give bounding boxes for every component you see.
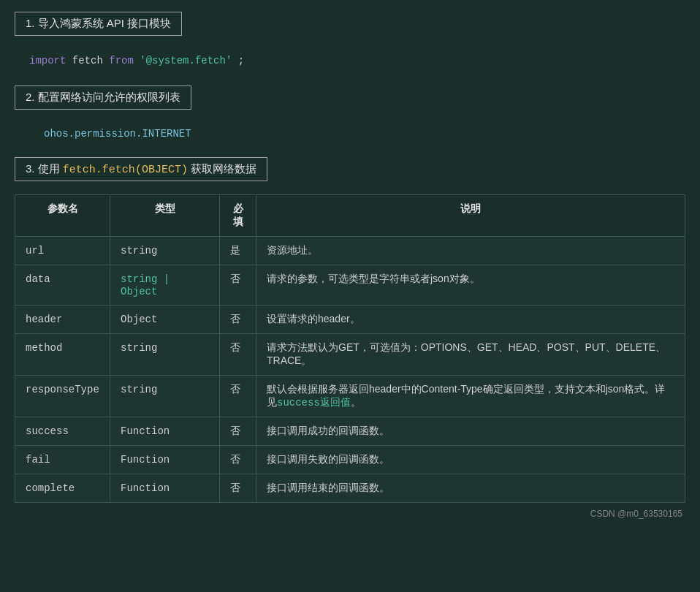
- cell-type-6: Function: [110, 446, 220, 474]
- section2-label: 2. 配置网络访问允许的权限列表: [26, 91, 180, 103]
- table-row: urlstring是资源地址。: [15, 237, 685, 265]
- import-varname: fetch: [72, 55, 103, 67]
- cell-desc-7: 接口调用结束的回调函数。: [256, 474, 685, 503]
- th-required: 必填: [220, 195, 256, 237]
- cell-type-0: string: [110, 237, 220, 265]
- cell-required-0: 是: [220, 237, 256, 265]
- table-row: responseTypestring否默认会根据服务器返回header中的Con…: [15, 376, 685, 417]
- cell-desc-5: 接口调用成功的回调函数。: [256, 417, 685, 446]
- csdn-watermark: CSDN @m0_63530165: [15, 503, 685, 522]
- cell-name-5: success: [15, 417, 110, 446]
- section3-header: 3. 使用 fetch.fetch(OBJECT) 获取网络数据: [15, 157, 267, 181]
- cell-name-4: responseType: [15, 376, 110, 417]
- cell-required-2: 否: [220, 306, 256, 334]
- th-type: 类型: [110, 195, 220, 237]
- cell-name-1: data: [15, 265, 110, 306]
- table-row: successFunction否接口调用成功的回调函数。: [15, 417, 685, 446]
- section1-label: 1. 导入鸿蒙系统 API 接口模块: [26, 17, 171, 29]
- cell-desc-4: 默认会根据服务器返回header中的Content-Type确定返回类型，支持文…: [256, 376, 685, 417]
- table-row: headerObject否设置请求的header。: [15, 306, 685, 334]
- table-header-row: 参数名 类型 必填 说明: [15, 195, 685, 237]
- import-code-block: import fetch from '@system.fetch' ;: [15, 46, 685, 75]
- cell-type-2: Object: [110, 306, 220, 334]
- table-row: completeFunction否接口调用结束的回调函数。: [15, 474, 685, 503]
- cell-required-5: 否: [220, 417, 256, 446]
- table-row: failFunction否接口调用失败的回调函数。: [15, 446, 685, 474]
- cell-name-2: header: [15, 306, 110, 334]
- cell-type-1: string | Object: [110, 265, 220, 306]
- th-name: 参数名: [15, 195, 110, 237]
- cell-required-7: 否: [220, 474, 256, 503]
- cell-desc-6: 接口调用失败的回调函数。: [256, 446, 685, 474]
- from-keyword: from: [109, 55, 134, 67]
- import-semi: ;: [238, 55, 244, 67]
- table-row: datastring | Object否请求的参数，可选类型是字符串或者json…: [15, 265, 685, 306]
- cell-name-0: url: [15, 237, 110, 265]
- permission-text: ohos.permission.INTERNET: [44, 128, 191, 140]
- cell-type-3: string: [110, 334, 220, 376]
- cell-desc-0: 资源地址。: [256, 237, 685, 265]
- cell-required-4: 否: [220, 376, 256, 417]
- params-table: 参数名 类型 必填 说明 urlstring是资源地址。datastring |…: [15, 194, 685, 503]
- cell-name-6: fail: [15, 446, 110, 474]
- cell-required-6: 否: [220, 446, 256, 474]
- permission-block: ohos.permission.INTERNET: [15, 120, 685, 147]
- section1-header: 1. 导入鸿蒙系统 API 接口模块: [15, 12, 182, 36]
- page-container: 1. 导入鸿蒙系统 API 接口模块 import fetch from '@s…: [0, 0, 700, 534]
- section3-inline-code: fetch.fetch(OBJECT): [63, 164, 188, 176]
- cell-type-4: string: [110, 376, 220, 417]
- th-desc: 说明: [256, 195, 685, 237]
- desc-link-4[interactable]: success返回值: [277, 397, 351, 409]
- cell-type-5: Function: [110, 417, 220, 446]
- cell-required-1: 否: [220, 265, 256, 306]
- cell-type-7: Function: [110, 474, 220, 503]
- section2-header: 2. 配置网络访问允许的权限列表: [15, 86, 191, 110]
- cell-name-3: method: [15, 334, 110, 376]
- import-path: '@system.fetch': [140, 55, 232, 67]
- section3-label-after: 获取网络数据: [188, 162, 256, 175]
- table-row: methodstring否请求方法默认为GET，可选值为：OPTIONS、GET…: [15, 334, 685, 376]
- cell-desc-2: 设置请求的header。: [256, 306, 685, 334]
- cell-required-3: 否: [220, 334, 256, 376]
- cell-desc-1: 请求的参数，可选类型是字符串或者json对象。: [256, 265, 685, 306]
- section3-label-before: 3. 使用: [26, 162, 63, 175]
- cell-name-7: complete: [15, 474, 110, 503]
- cell-desc-3: 请求方法默认为GET，可选值为：OPTIONS、GET、HEAD、POST、PU…: [256, 334, 685, 376]
- import-keyword: import: [29, 55, 66, 67]
